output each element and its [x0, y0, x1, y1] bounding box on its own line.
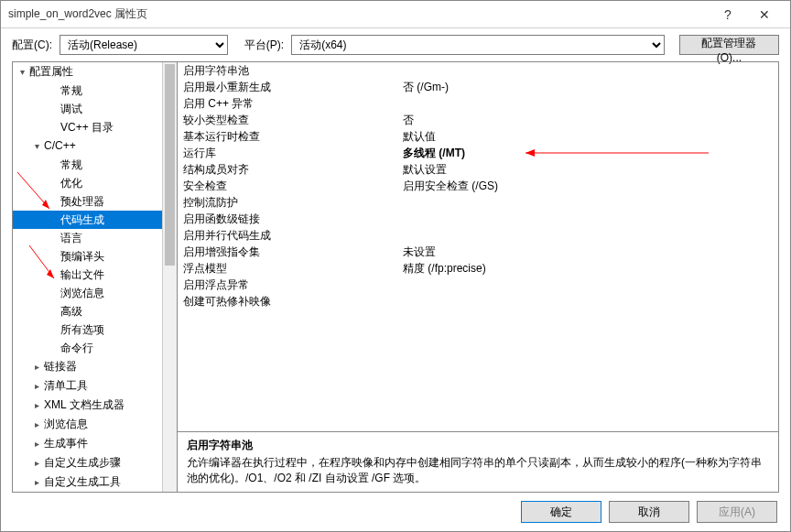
property-pane: 启用字符串池启用最小重新生成否 (/Gm-)启用 C++ 异常较小类型检查否基本…	[178, 62, 778, 492]
tree-item[interactable]: ▸XML 文档生成器	[13, 396, 177, 415]
property-row[interactable]: 创建可热修补映像	[178, 293, 778, 309]
tree-item-label: 代码生成	[60, 213, 104, 226]
help-button[interactable]: ?	[710, 7, 746, 22]
tree-expand-icon[interactable]: ▸	[35, 377, 44, 396]
property-row[interactable]: 较小类型检查否	[178, 112, 778, 128]
tree-expand-icon[interactable]: ▸	[35, 396, 44, 415]
property-value[interactable]: 否 (/Gm-)	[403, 79, 773, 95]
dialog-footer: 确定 取消 应用(A)	[1, 493, 790, 531]
property-value[interactable]	[403, 95, 773, 112]
tree-item-label: 所有选项	[60, 323, 104, 336]
window-title: simple_on_word2vec 属性页	[8, 6, 710, 22]
tree-item-label: 高级	[60, 305, 82, 318]
config-label: 配置(C):	[12, 38, 52, 53]
property-row[interactable]: 启用 C++ 异常	[178, 95, 778, 112]
tree-expand-icon[interactable]: ▸	[35, 473, 44, 492]
property-row[interactable]: 浮点模型精度 (/fp:precise)	[178, 260, 778, 277]
tree-item[interactable]: 命令行	[13, 339, 177, 357]
property-label: 结构成员对齐	[183, 161, 403, 178]
property-row[interactable]: 控制流防护	[178, 194, 778, 211]
property-row[interactable]: 启用最小重新生成否 (/Gm-)	[178, 79, 778, 95]
tree-item[interactable]: 常规	[13, 81, 177, 100]
property-row[interactable]: 启用函数级链接	[178, 211, 778, 227]
property-value[interactable]	[403, 227, 773, 244]
tree-item-label: 语言	[60, 232, 82, 244]
property-value[interactable]: 未设置	[403, 244, 773, 260]
property-value[interactable]: 默认值	[403, 128, 773, 145]
property-label: 启用 C++ 异常	[183, 95, 403, 112]
tree-item[interactable]: 浏览信息	[13, 284, 177, 302]
tree-item[interactable]: ▾配置属性	[13, 62, 177, 81]
tree-item-label: 链接器	[44, 360, 77, 373]
ok-button[interactable]: 确定	[521, 501, 601, 523]
property-label: 浮点模型	[183, 260, 403, 277]
property-value[interactable]	[403, 211, 773, 227]
property-value[interactable]	[403, 194, 773, 211]
property-label: 启用字符串池	[183, 62, 403, 79]
property-row[interactable]: 启用字符串池	[178, 62, 778, 79]
tree-item-label: 预编译头	[60, 250, 104, 263]
property-value[interactable]: 启用安全检查 (/GS)	[403, 178, 773, 194]
description-panel: 启用字符串池 允许编译器在执行过程中，在程序映像和内存中创建相同字符串的单个只读…	[178, 431, 778, 492]
tree-item[interactable]: 调试	[13, 100, 177, 118]
tree-expand-icon[interactable]: ▸	[35, 358, 44, 376]
property-row[interactable]: 运行库多线程 (/MT)	[178, 145, 778, 161]
tree-item[interactable]: 输出文件	[13, 266, 177, 284]
tree-item[interactable]: ▸清单工具	[13, 376, 177, 396]
tree-expand-icon[interactable]: ▾	[35, 137, 44, 156]
close-button[interactable]: ✕	[746, 7, 783, 22]
property-row[interactable]: 基本运行时检查默认值	[178, 128, 778, 145]
tree-item[interactable]: ▾C/C++	[13, 136, 177, 156]
property-grid[interactable]: 启用字符串池启用最小重新生成否 (/Gm-)启用 C++ 异常较小类型检查否基本…	[178, 62, 778, 431]
tree-item[interactable]: 预编译头	[13, 247, 177, 266]
tree-item[interactable]: 所有选项	[13, 320, 177, 339]
property-row[interactable]: 启用增强指令集未设置	[178, 244, 778, 260]
tree-expand-icon[interactable]: ▾	[20, 63, 29, 81]
tree-item-selected[interactable]: 代码生成	[13, 211, 177, 229]
property-value[interactable]: 精度 (/fp:precise)	[403, 260, 773, 277]
tree-item-label: 生成事件	[44, 437, 88, 450]
nav-tree[interactable]: ▾配置属性常规调试VC++ 目录▾C/C++常规优化预处理器代码生成语言预编译头…	[13, 62, 178, 492]
platform-label: 平台(P):	[235, 38, 284, 53]
property-value[interactable]	[403, 62, 773, 79]
property-value[interactable]: 否	[403, 112, 773, 128]
config-select[interactable]: 活动(Release)	[60, 35, 228, 55]
scrollbar-thumb[interactable]	[165, 64, 175, 266]
property-row[interactable]: 安全检查启用安全检查 (/GS)	[178, 178, 778, 194]
toolbar: 配置(C): 活动(Release) 平台(P): 活动(x64) 配置管理器(…	[1, 28, 790, 61]
tree-item[interactable]: 预处理器	[13, 192, 177, 211]
tree-item[interactable]: 语言	[13, 229, 177, 247]
property-value[interactable]: 多线程 (/MT)	[403, 145, 773, 161]
tree-item[interactable]: ▸链接器	[13, 357, 177, 376]
apply-button[interactable]: 应用(A)	[697, 501, 777, 523]
description-title: 启用字符串池	[187, 438, 769, 453]
cancel-button[interactable]: 取消	[609, 501, 689, 523]
tree-expand-icon[interactable]: ▸	[35, 435, 44, 453]
property-row[interactable]: 启用浮点异常	[178, 277, 778, 293]
tree-item[interactable]: ▸自定义生成工具	[13, 472, 177, 492]
tree-item[interactable]: VC++ 目录	[13, 118, 177, 136]
tree-item[interactable]: 高级	[13, 302, 177, 320]
tree-item-label: 输出文件	[60, 268, 104, 281]
tree-expand-icon[interactable]: ▸	[35, 416, 44, 434]
tree-expand-icon[interactable]: ▸	[35, 454, 44, 472]
tree-scrollbar[interactable]	[162, 62, 177, 492]
platform-select[interactable]: 活动(x64)	[291, 35, 665, 55]
tree-item-label: C/C++	[44, 139, 76, 152]
property-value[interactable]: 默认设置	[403, 161, 773, 178]
property-value[interactable]	[403, 293, 773, 309]
titlebar: simple_on_word2vec 属性页 ? ✕	[1, 1, 790, 28]
tree-item[interactable]: ▸浏览信息	[13, 415, 177, 434]
property-row[interactable]: 结构成员对齐默认设置	[178, 161, 778, 178]
tree-item[interactable]: ▸自定义生成步骤	[13, 453, 177, 472]
tree-item-label: 配置属性	[29, 65, 73, 78]
tree-item[interactable]: 常规	[13, 156, 177, 174]
property-row[interactable]: 启用并行代码生成	[178, 227, 778, 244]
property-label: 启用增强指令集	[183, 244, 403, 260]
tree-item-label: 清单工具	[44, 379, 88, 392]
property-label: 安全检查	[183, 178, 403, 194]
config-manager-button[interactable]: 配置管理器(O)...	[679, 35, 779, 55]
tree-item[interactable]: ▸生成事件	[13, 434, 177, 453]
property-value[interactable]	[403, 277, 773, 293]
tree-item[interactable]: 优化	[13, 174, 177, 192]
